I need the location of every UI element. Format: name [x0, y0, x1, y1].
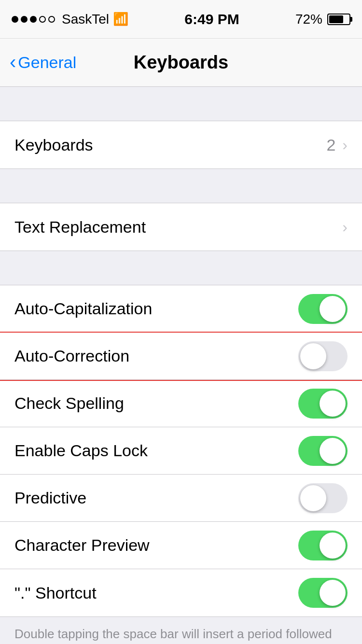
period-shortcut-label: "." Shortcut	[14, 584, 97, 602]
text-replacement-row-right: ›	[342, 218, 348, 236]
enable-caps-lock-row: Enable Caps Lock	[0, 427, 362, 475]
battery-percent: 72%	[295, 12, 322, 27]
enable-caps-lock-toggle[interactable]	[298, 436, 348, 466]
period-shortcut-row: "." Shortcut	[0, 569, 362, 616]
battery-icon	[327, 14, 350, 25]
period-shortcut-toggle[interactable]	[298, 578, 348, 608]
status-left: SaskTel 📶	[12, 12, 128, 27]
auto-correction-label: Auto-Correction	[14, 347, 129, 365]
character-preview-label: Character Preview	[14, 536, 150, 555]
signal-dot-3	[30, 16, 37, 23]
status-time: 6:49 PM	[184, 11, 239, 28]
wifi-icon: 📶	[113, 12, 128, 27]
text-replacement-chevron-icon: ›	[342, 218, 348, 236]
keyboards-count: 2	[326, 136, 335, 154]
predictive-row: Predictive	[0, 475, 362, 522]
toggle-settings-section: Auto-Capitalization Auto-Correction Chec…	[0, 285, 362, 617]
nav-bar: ‹ General Keyboards	[0, 39, 362, 87]
period-shortcut-knob	[320, 580, 346, 606]
spacer-3	[0, 251, 362, 285]
enable-caps-lock-knob	[320, 438, 346, 464]
signal-dots	[12, 16, 55, 23]
signal-dot-2	[21, 16, 28, 23]
predictive-toggle[interactable]	[298, 483, 348, 513]
check-spelling-label: Check Spelling	[14, 394, 124, 413]
auto-capitalization-toggle[interactable]	[298, 294, 348, 324]
check-spelling-knob	[320, 391, 346, 417]
status-right: 72%	[295, 12, 350, 27]
spacer-1	[0, 87, 362, 121]
character-preview-knob	[320, 532, 346, 559]
auto-capitalization-label: Auto-Capitalization	[14, 299, 152, 318]
signal-dot-1	[12, 16, 18, 23]
character-preview-row: Character Preview	[0, 522, 362, 569]
keyboards-label: Keyboards	[14, 136, 93, 154]
enable-caps-lock-label: Enable Caps Lock	[14, 441, 148, 460]
signal-dot-5	[48, 16, 55, 23]
auto-capitalization-row: Auto-Capitalization	[0, 285, 362, 333]
auto-correction-row: Auto-Correction	[0, 333, 362, 380]
keyboards-section: Keyboards 2 ›	[0, 121, 362, 169]
auto-correction-knob	[300, 343, 326, 369]
keyboards-chevron-icon: ›	[342, 136, 348, 154]
status-bar: SaskTel 📶 6:49 PM 72%	[0, 0, 362, 39]
predictive-knob	[300, 485, 326, 511]
auto-correction-toggle[interactable]	[298, 341, 348, 371]
spacer-2	[0, 169, 362, 203]
predictive-label: Predictive	[14, 489, 86, 507]
check-spelling-toggle[interactable]	[298, 389, 348, 419]
signal-dot-4	[39, 16, 46, 23]
carrier-label: SaskTel	[62, 12, 109, 27]
battery-fill	[329, 15, 343, 23]
page-title: Keyboards	[134, 52, 228, 73]
character-preview-toggle[interactable]	[298, 531, 348, 560]
back-chevron-icon: ‹	[10, 52, 16, 71]
text-replacement-section: Text Replacement ›	[0, 203, 362, 251]
text-replacement-row[interactable]: Text Replacement ›	[0, 203, 362, 251]
check-spelling-row: Check Spelling	[0, 380, 362, 427]
keyboards-row[interactable]: Keyboards 2 ›	[0, 121, 362, 168]
keyboards-row-right: 2 ›	[326, 136, 348, 154]
back-label: General	[18, 53, 76, 72]
auto-capitalization-knob	[320, 296, 346, 322]
period-shortcut-note: Double tapping the space bar will insert…	[0, 617, 362, 644]
battery-container	[327, 14, 350, 25]
text-replacement-label: Text Replacement	[14, 218, 146, 237]
back-button[interactable]: ‹ General	[10, 53, 76, 72]
